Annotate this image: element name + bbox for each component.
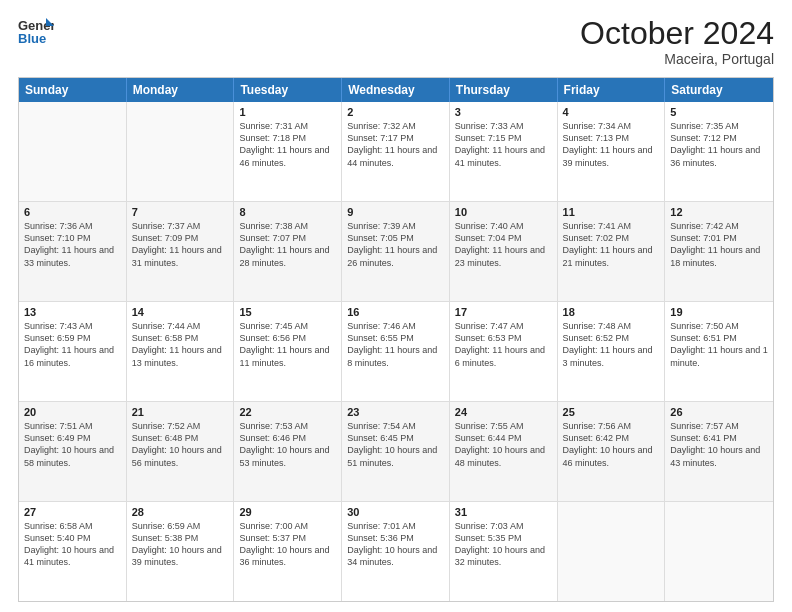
day-cell-4: 4Sunrise: 7:34 AM Sunset: 7:13 PM Daylig…	[558, 102, 666, 201]
day-number: 23	[347, 406, 444, 418]
empty-cell	[665, 502, 773, 601]
header-day-friday: Friday	[558, 78, 666, 102]
day-number: 7	[132, 206, 229, 218]
cell-sun-info: Sunrise: 7:31 AM Sunset: 7:18 PM Dayligh…	[239, 120, 336, 169]
day-number: 21	[132, 406, 229, 418]
calendar-week-4: 20Sunrise: 7:51 AM Sunset: 6:49 PM Dayli…	[19, 402, 773, 502]
day-cell-24: 24Sunrise: 7:55 AM Sunset: 6:44 PM Dayli…	[450, 402, 558, 501]
cell-sun-info: Sunrise: 7:00 AM Sunset: 5:37 PM Dayligh…	[239, 520, 336, 569]
day-cell-7: 7Sunrise: 7:37 AM Sunset: 7:09 PM Daylig…	[127, 202, 235, 301]
day-number: 5	[670, 106, 768, 118]
day-number: 28	[132, 506, 229, 518]
day-cell-18: 18Sunrise: 7:48 AM Sunset: 6:52 PM Dayli…	[558, 302, 666, 401]
day-number: 18	[563, 306, 660, 318]
day-cell-10: 10Sunrise: 7:40 AM Sunset: 7:04 PM Dayli…	[450, 202, 558, 301]
day-number: 22	[239, 406, 336, 418]
day-number: 24	[455, 406, 552, 418]
day-cell-27: 27Sunrise: 6:58 AM Sunset: 5:40 PM Dayli…	[19, 502, 127, 601]
header-day-tuesday: Tuesday	[234, 78, 342, 102]
day-cell-1: 1Sunrise: 7:31 AM Sunset: 7:18 PM Daylig…	[234, 102, 342, 201]
month-title: October 2024	[580, 16, 774, 51]
calendar-week-1: 1Sunrise: 7:31 AM Sunset: 7:18 PM Daylig…	[19, 102, 773, 202]
header-day-sunday: Sunday	[19, 78, 127, 102]
day-number: 20	[24, 406, 121, 418]
cell-sun-info: Sunrise: 7:57 AM Sunset: 6:41 PM Dayligh…	[670, 420, 768, 469]
day-cell-8: 8Sunrise: 7:38 AM Sunset: 7:07 PM Daylig…	[234, 202, 342, 301]
cell-sun-info: Sunrise: 6:59 AM Sunset: 5:38 PM Dayligh…	[132, 520, 229, 569]
day-cell-20: 20Sunrise: 7:51 AM Sunset: 6:49 PM Dayli…	[19, 402, 127, 501]
cell-sun-info: Sunrise: 7:37 AM Sunset: 7:09 PM Dayligh…	[132, 220, 229, 269]
cell-sun-info: Sunrise: 7:32 AM Sunset: 7:17 PM Dayligh…	[347, 120, 444, 169]
day-cell-23: 23Sunrise: 7:54 AM Sunset: 6:45 PM Dayli…	[342, 402, 450, 501]
day-number: 12	[670, 206, 768, 218]
empty-cell	[19, 102, 127, 201]
location: Maceira, Portugal	[580, 51, 774, 67]
day-cell-13: 13Sunrise: 7:43 AM Sunset: 6:59 PM Dayli…	[19, 302, 127, 401]
day-number: 2	[347, 106, 444, 118]
day-number: 3	[455, 106, 552, 118]
calendar-body: 1Sunrise: 7:31 AM Sunset: 7:18 PM Daylig…	[19, 102, 773, 601]
header-day-saturday: Saturday	[665, 78, 773, 102]
calendar: SundayMondayTuesdayWednesdayThursdayFrid…	[18, 77, 774, 602]
svg-text:Blue: Blue	[18, 31, 46, 46]
day-number: 1	[239, 106, 336, 118]
empty-cell	[558, 502, 666, 601]
cell-sun-info: Sunrise: 7:55 AM Sunset: 6:44 PM Dayligh…	[455, 420, 552, 469]
title-block: October 2024 Maceira, Portugal	[580, 16, 774, 67]
day-number: 9	[347, 206, 444, 218]
cell-sun-info: Sunrise: 7:36 AM Sunset: 7:10 PM Dayligh…	[24, 220, 121, 269]
calendar-week-3: 13Sunrise: 7:43 AM Sunset: 6:59 PM Dayli…	[19, 302, 773, 402]
empty-cell	[127, 102, 235, 201]
cell-sun-info: Sunrise: 7:39 AM Sunset: 7:05 PM Dayligh…	[347, 220, 444, 269]
day-cell-9: 9Sunrise: 7:39 AM Sunset: 7:05 PM Daylig…	[342, 202, 450, 301]
day-number: 17	[455, 306, 552, 318]
cell-sun-info: Sunrise: 7:46 AM Sunset: 6:55 PM Dayligh…	[347, 320, 444, 369]
cell-sun-info: Sunrise: 7:41 AM Sunset: 7:02 PM Dayligh…	[563, 220, 660, 269]
day-cell-14: 14Sunrise: 7:44 AM Sunset: 6:58 PM Dayli…	[127, 302, 235, 401]
day-cell-5: 5Sunrise: 7:35 AM Sunset: 7:12 PM Daylig…	[665, 102, 773, 201]
day-cell-31: 31Sunrise: 7:03 AM Sunset: 5:35 PM Dayli…	[450, 502, 558, 601]
day-cell-28: 28Sunrise: 6:59 AM Sunset: 5:38 PM Dayli…	[127, 502, 235, 601]
day-number: 10	[455, 206, 552, 218]
day-number: 4	[563, 106, 660, 118]
day-cell-29: 29Sunrise: 7:00 AM Sunset: 5:37 PM Dayli…	[234, 502, 342, 601]
cell-sun-info: Sunrise: 7:43 AM Sunset: 6:59 PM Dayligh…	[24, 320, 121, 369]
day-cell-15: 15Sunrise: 7:45 AM Sunset: 6:56 PM Dayli…	[234, 302, 342, 401]
logo-icon: General Blue	[18, 16, 54, 46]
cell-sun-info: Sunrise: 7:38 AM Sunset: 7:07 PM Dayligh…	[239, 220, 336, 269]
day-cell-19: 19Sunrise: 7:50 AM Sunset: 6:51 PM Dayli…	[665, 302, 773, 401]
day-cell-2: 2Sunrise: 7:32 AM Sunset: 7:17 PM Daylig…	[342, 102, 450, 201]
cell-sun-info: Sunrise: 7:53 AM Sunset: 6:46 PM Dayligh…	[239, 420, 336, 469]
day-number: 14	[132, 306, 229, 318]
day-number: 11	[563, 206, 660, 218]
cell-sun-info: Sunrise: 7:33 AM Sunset: 7:15 PM Dayligh…	[455, 120, 552, 169]
cell-sun-info: Sunrise: 7:51 AM Sunset: 6:49 PM Dayligh…	[24, 420, 121, 469]
day-cell-22: 22Sunrise: 7:53 AM Sunset: 6:46 PM Dayli…	[234, 402, 342, 501]
cell-sun-info: Sunrise: 7:45 AM Sunset: 6:56 PM Dayligh…	[239, 320, 336, 369]
calendar-week-5: 27Sunrise: 6:58 AM Sunset: 5:40 PM Dayli…	[19, 502, 773, 601]
page: General Blue October 2024 Maceira, Portu…	[0, 0, 792, 612]
day-cell-21: 21Sunrise: 7:52 AM Sunset: 6:48 PM Dayli…	[127, 402, 235, 501]
cell-sun-info: Sunrise: 7:56 AM Sunset: 6:42 PM Dayligh…	[563, 420, 660, 469]
day-number: 15	[239, 306, 336, 318]
day-number: 13	[24, 306, 121, 318]
cell-sun-info: Sunrise: 7:42 AM Sunset: 7:01 PM Dayligh…	[670, 220, 768, 269]
day-number: 6	[24, 206, 121, 218]
day-cell-26: 26Sunrise: 7:57 AM Sunset: 6:41 PM Dayli…	[665, 402, 773, 501]
day-number: 31	[455, 506, 552, 518]
day-number: 29	[239, 506, 336, 518]
cell-sun-info: Sunrise: 7:44 AM Sunset: 6:58 PM Dayligh…	[132, 320, 229, 369]
day-number: 26	[670, 406, 768, 418]
cell-sun-info: Sunrise: 7:54 AM Sunset: 6:45 PM Dayligh…	[347, 420, 444, 469]
day-number: 19	[670, 306, 768, 318]
cell-sun-info: Sunrise: 7:52 AM Sunset: 6:48 PM Dayligh…	[132, 420, 229, 469]
day-cell-17: 17Sunrise: 7:47 AM Sunset: 6:53 PM Dayli…	[450, 302, 558, 401]
logo: General Blue	[18, 16, 54, 46]
cell-sun-info: Sunrise: 7:48 AM Sunset: 6:52 PM Dayligh…	[563, 320, 660, 369]
day-cell-11: 11Sunrise: 7:41 AM Sunset: 7:02 PM Dayli…	[558, 202, 666, 301]
day-cell-3: 3Sunrise: 7:33 AM Sunset: 7:15 PM Daylig…	[450, 102, 558, 201]
cell-sun-info: Sunrise: 6:58 AM Sunset: 5:40 PM Dayligh…	[24, 520, 121, 569]
day-number: 16	[347, 306, 444, 318]
day-number: 8	[239, 206, 336, 218]
day-number: 30	[347, 506, 444, 518]
